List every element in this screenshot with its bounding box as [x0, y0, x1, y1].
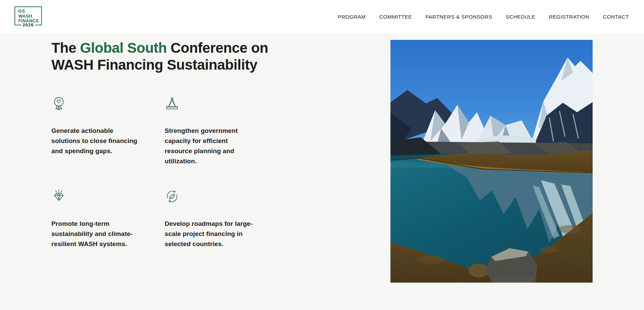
hero-photo-mountain-lake	[390, 40, 593, 283]
leaf-cycle-icon	[165, 189, 180, 204]
diamond-icon	[51, 189, 66, 204]
title-highlight: Global South	[80, 40, 167, 56]
feature-text: Develop roadmaps for large- scale projec…	[165, 219, 266, 249]
award-heart-icon	[51, 96, 66, 111]
mountain-lake-illustration	[390, 40, 593, 283]
feature-project-financing: Develop roadmaps for large- scale projec…	[165, 189, 278, 249]
title-prefix: The	[51, 40, 80, 56]
feature-text: Promote long-term sustainability and cli…	[51, 219, 153, 249]
page-title: The Global South Conference on WASH Fina…	[51, 40, 268, 73]
main-nav: PROGRAM COMMITTEE PARTNERS & SPONSORS SC…	[338, 14, 629, 20]
hero-section: The Global South Conference on WASH Fina…	[0, 34, 644, 310]
nav-item-committee[interactable]: COMMITTEE	[379, 14, 412, 20]
feature-text: Generate actionable solutions to close f…	[51, 126, 153, 156]
feature-sustainability: Promote long-term sustainability and cli…	[51, 189, 165, 249]
feature-text: Strengthen government capacity for effic…	[165, 126, 266, 166]
site-header: GS WASH FINANCE 2026 PROGRAM COMMITTEE P…	[0, 0, 644, 34]
nav-item-program[interactable]: PROGRAM	[338, 14, 366, 20]
logo-line-2: WASH	[18, 14, 41, 19]
nav-item-registration[interactable]: REGISTRATION	[549, 14, 590, 20]
feature-government-capacity: Strengthen government capacity for effic…	[165, 96, 278, 189]
site-logo[interactable]: GS WASH FINANCE 2026	[15, 6, 42, 25]
logo-year: 2026	[21, 23, 35, 27]
feature-grid: Generate actionable solutions to close f…	[51, 96, 278, 249]
nav-item-contact[interactable]: CONTACT	[603, 14, 629, 20]
compass-ruler-icon	[165, 96, 180, 111]
feature-financing-gaps: Generate actionable solutions to close f…	[51, 96, 165, 189]
nav-item-partners-sponsors[interactable]: PARTNERS & SPONSORS	[426, 14, 492, 20]
logo-line-1: GS	[18, 9, 41, 14]
nav-item-schedule[interactable]: SCHEDULE	[506, 14, 535, 20]
